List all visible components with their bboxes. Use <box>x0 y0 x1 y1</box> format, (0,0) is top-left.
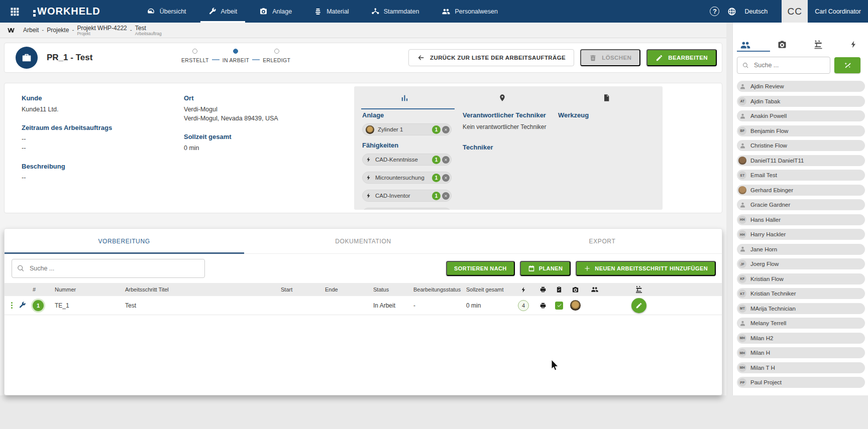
skill-count-badge: 4 <box>518 300 529 311</box>
breadcrumb-projekt-whp4222[interactable]: Projekt WHP-4222 Projekt <box>77 25 127 36</box>
language-selector[interactable]: Deutsch <box>744 8 768 15</box>
technician-chip[interactable]: DanielT11 DanielT11 <box>737 155 865 166</box>
initials-avatar: MT <box>738 305 746 313</box>
tab-export[interactable]: EXPORT <box>483 229 722 253</box>
details-fields: Kunde Kunde11 Ltd. Zeitraum des Arbeitsa… <box>22 94 343 193</box>
help-icon[interactable]: ? <box>710 7 719 16</box>
technician-chip[interactable]: MHMilan H <box>737 347 865 358</box>
back-to-list-button[interactable]: ZURÜCK ZUR LISTE DER ARBEITSAUFTRÄGE <box>408 49 574 66</box>
technician-chip[interactable]: Jane Horn <box>737 244 865 255</box>
technician-chip[interactable]: HHHarry Hackler <box>737 229 865 240</box>
workstep-bearbeitungsstatus: - <box>413 302 466 309</box>
skill-chip-partially-visible: DruckerIT03 1 <box>362 208 452 210</box>
sidebar-search-input[interactable] <box>754 62 825 69</box>
user-avatar[interactable]: CC <box>782 0 808 23</box>
row-printer-icon[interactable] <box>534 302 552 309</box>
nav-item-stammdaten[interactable]: Stammdaten <box>360 0 430 23</box>
col-people-icon <box>584 285 606 294</box>
worksteps-toolbar: SORTIEREN NACH PLANEN NEUEN ARBEITSSCHRI… <box>5 254 722 283</box>
tab-tools[interactable] <box>550 94 663 102</box>
count-badge: 1 <box>432 174 441 182</box>
count-badge: 1 <box>432 125 441 134</box>
col-start: Start <box>281 287 325 293</box>
technician-chip[interactable]: MHMilan H2 <box>737 333 865 344</box>
active-tab-underline <box>361 108 455 109</box>
initials-avatar: MH <box>738 364 746 372</box>
delete-button[interactable]: LÖSCHEN <box>580 49 640 66</box>
edit-workstep-button[interactable] <box>631 298 646 313</box>
technician-chip[interactable]: KTKristian Techniker <box>737 288 865 299</box>
remove-chip-icon[interactable] <box>442 192 450 200</box>
technician-chip[interactable]: JFJoerg Flow <box>737 258 865 269</box>
breadcrumb-test[interactable]: Test Arbeitsauftrag <box>135 25 162 36</box>
nav-item-personalwesen[interactable]: Personalwesen <box>430 0 509 23</box>
technician-chip[interactable]: BFBenjamin Flow <box>737 125 865 136</box>
tab-technicians[interactable] <box>455 94 550 102</box>
col-camera-icon <box>567 286 584 294</box>
breadcrumb-projekte[interactable]: Projekte <box>47 27 69 34</box>
technician-chip[interactable]: Anakin Powell <box>737 110 865 121</box>
breadcrumb: Arbeit - Projekte - Projekt WHP-4222 Pro… <box>0 23 726 38</box>
technician-chip[interactable]: ATAjdin Tabak <box>737 96 865 107</box>
auto-assign-wand-button[interactable] <box>834 57 860 73</box>
row-kebab-menu[interactable] <box>11 302 13 309</box>
plan-button[interactable]: PLANEN <box>520 261 571 276</box>
remove-chip-icon[interactable] <box>442 156 450 164</box>
lightning-icon <box>849 40 858 49</box>
material-stack-icon <box>314 8 322 16</box>
logo-text: WORKHELD <box>37 6 100 17</box>
step-connector <box>252 59 260 60</box>
technician-chip[interactable]: KFKristian Flow <box>737 273 865 284</box>
technician-chip[interactable]: PPPaul Project <box>737 377 865 388</box>
tab-dokumentation[interactable]: DOKUMENTATION <box>244 229 483 253</box>
breadcrumb-separator: - <box>130 27 132 34</box>
col-sollzeit: Sollzeit gesamt <box>466 287 512 293</box>
technician-chip[interactable]: HHHans Haller <box>737 214 865 225</box>
assignment-panel: Anlage Zylinder 1 1 Fähigkeiten CAD-Kenn… <box>354 86 663 210</box>
tab-vorbereitung[interactable]: VORBEREITUNG <box>5 229 244 253</box>
nav-item-anlage[interactable]: Anlage <box>248 0 303 23</box>
remove-chip-icon[interactable] <box>442 126 450 133</box>
field-sollzeit: Sollzeit gesamt 0 min <box>184 133 335 153</box>
person-avatar-icon <box>738 319 746 327</box>
workstep-sollzeit: 0 min <box>466 302 512 309</box>
sidebar-tab-tools[interactable] <box>813 40 823 52</box>
technician-chip[interactable]: MHMilan T H <box>737 362 865 373</box>
remove-chip-icon[interactable] <box>442 174 450 182</box>
technician-chip[interactable]: MTMArija Technician <box>737 303 865 314</box>
col-status: Status <box>373 287 413 293</box>
technician-chip[interactable]: Christine Flow <box>737 140 865 151</box>
nav-item-arbeit[interactable]: Arbeit <box>197 0 249 23</box>
technician-chip[interactable]: Gracie Gardner <box>737 199 865 210</box>
sort-button[interactable]: SORTIEREN NACH <box>446 261 515 276</box>
technician-chip[interactable]: Gerhard Ebinger <box>737 185 865 196</box>
col-printer-icon <box>534 286 552 293</box>
technician-chip[interactable]: ETEmail Test <box>737 170 865 181</box>
nav-item-uebersicht[interactable]: Übersicht <box>136 0 197 23</box>
technician-chip[interactable]: Melany Terrell <box>737 318 865 329</box>
sidebar-tabs <box>733 23 868 52</box>
skill-chip: Micrountersuchung 1 <box>362 172 452 184</box>
app-grid-menu-icon[interactable] <box>8 5 21 18</box>
workheld-logo[interactable]: WORKHELD <box>33 6 100 17</box>
sidebar-tab-technicians[interactable] <box>740 40 751 52</box>
sidebar-tab-skills[interactable] <box>849 40 858 52</box>
responsible-technician-empty: Kein verantwortlicher Techniker <box>463 123 558 130</box>
nav-item-material[interactable]: Material <box>303 0 360 23</box>
hierarchy-icon <box>371 8 379 16</box>
add-workstep-button[interactable]: NEUEN ARBEITSSCHRITT HINZUFÜGEN <box>576 261 716 276</box>
language-globe-icon[interactable] <box>726 6 737 17</box>
edit-button[interactable]: BEARBEITEN <box>646 49 717 66</box>
initials-avatar: KT <box>738 290 746 298</box>
count-badge: 1 <box>432 210 441 210</box>
technician-chip[interactable]: Ajdin Review <box>737 81 865 92</box>
workstep-status: In Arbeit <box>373 302 413 309</box>
worksteps-search-input[interactable] <box>30 265 199 272</box>
trash-icon <box>589 54 597 62</box>
equipment-camera-icon <box>777 40 787 50</box>
breadcrumb-arbeit[interactable]: Arbeit <box>23 27 39 34</box>
sidebar-tab-equipment[interactable] <box>777 40 787 52</box>
workstep-row[interactable]: 1 TE_1 Test In Arbeit - 0 min 4 <box>5 296 722 315</box>
briefcase-icon <box>16 47 38 69</box>
tab-anlage-skills[interactable] <box>354 94 455 102</box>
